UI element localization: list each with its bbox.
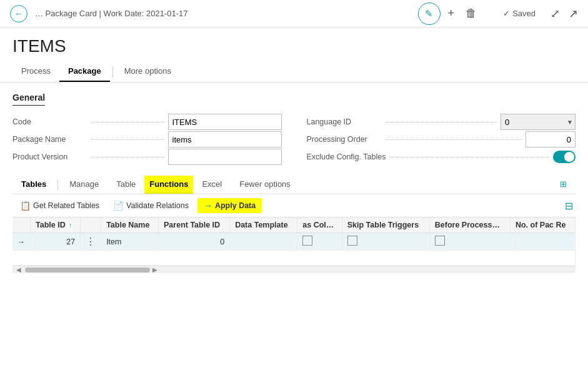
general-title: General [12,92,45,106]
processing-order-dots [386,139,522,140]
th-table-id[interactable]: Table ID ↑ [31,218,81,233]
form-left: Code Package Name Product Version [12,113,282,166]
breadcrumb: … Package Card | Work Date: 2021-01-17 [35,9,398,18]
th-skip-triggers[interactable]: Skip Table Triggers [342,218,429,233]
validate-relations-button[interactable]: 📄 Validate Relations [108,198,194,213]
th-data-template[interactable]: Data Template [230,218,297,233]
package-name-dots [91,139,164,140]
scroll-right-icon[interactable]: ▶ [150,266,160,273]
toolbar-pin-icon[interactable]: ⊟ [565,201,573,211]
scroll-thumb[interactable] [25,268,150,272]
tables-section: Tables Manage Table Functions Excel Fewe… [0,171,588,273]
delete-button[interactable]: 🗑 [466,7,477,20]
skip-triggers-checkbox[interactable] [347,236,357,246]
expand-icon: ⤢ [551,7,560,21]
product-version-dots [91,157,164,158]
tab-package[interactable]: Package [59,61,110,82]
data-table-wrap: Table ID ↑ Table Name Parent Table ID Da… [12,218,576,266]
row-arrow-icon: → [17,238,25,246]
apply-data-button[interactable]: → Apply Data [197,198,262,213]
parent-table-id-cell[interactable]: 0 [159,233,230,251]
sub-tab-table[interactable]: Table [107,176,144,194]
edit-button[interactable]: ✎ [418,2,441,25]
language-id-select[interactable]: 0 [501,114,576,130]
th-no-of-pac[interactable]: No. of Pac Re [510,218,575,233]
code-label: Code [12,118,87,126]
no-of-pac-cell[interactable] [510,233,575,251]
th-before-process[interactable]: Before Process… [429,218,510,233]
tab-process[interactable]: Process [12,61,59,82]
processing-order-label: Processing Order [307,135,382,144]
code-input[interactable] [168,114,282,130]
top-bar: ← … Package Card | Work Date: 2021-01-17… [0,0,588,28]
as-col-cell [297,233,342,251]
saved-label: Saved [512,9,536,18]
sub-tab-fewer-options[interactable]: Fewer options [231,176,299,194]
sub-tab-tables[interactable]: Tables [12,176,55,194]
form-grid: Code Package Name Product Version Langua… [12,113,576,166]
data-table: Table ID ↑ Table Name Parent Table ID Da… [12,218,576,266]
product-version-input[interactable] [168,149,282,165]
code-dots [91,122,164,122]
sub-tab-pin[interactable]: ⊞ [551,176,576,194]
validate-icon: 📄 [113,201,124,211]
package-name-input[interactable] [168,131,282,148]
top-right-icons: ⤢ ↗ [551,7,578,21]
sub-tab-manage[interactable]: Manage [61,176,107,194]
saved-status: ✓ Saved [503,9,536,18]
fullscreen-icon: ↗ [569,7,578,21]
product-version-label: Product Version [12,152,87,161]
add-button[interactable]: + [448,7,455,20]
th-table-name[interactable]: Table Name [101,218,159,233]
exclude-config-dots [389,157,549,158]
top-bar-actions: + 🗑 [448,7,477,20]
processing-order-input[interactable] [526,131,576,148]
sort-icon: ↑ [69,222,72,229]
row-arrow-cell: → [12,233,31,251]
get-related-label: Get Related Tables [33,201,99,210]
package-name-label: Package Name [12,135,87,144]
sub-tab-excel[interactable]: Excel [193,176,231,194]
sub-tab-functions[interactable]: Functions [144,176,193,194]
toggle-track[interactable] [553,151,576,163]
table-row-empty [12,251,576,266]
th-menu [81,218,101,233]
expand-button[interactable]: ⤢ [551,7,560,21]
before-process-checkbox[interactable] [435,236,445,246]
toggle-knob [564,152,574,162]
fullscreen-button[interactable]: ↗ [569,7,578,21]
table-id-cell[interactable]: 27 [31,233,81,251]
pin-icon: ⊞ [560,179,567,189]
back-button[interactable]: ← [10,5,27,22]
table-header-row: Table ID ↑ Table Name Parent Table ID Da… [12,218,576,233]
exclude-config-toggle[interactable] [553,151,576,163]
language-id-dots [386,122,497,122]
tab-divider [112,66,113,78]
horizontal-scrollbar[interactable]: ◀ ▶ [12,266,576,273]
tab-more-options[interactable]: More options [116,61,180,82]
row-menu-cell[interactable]: ⋮ [81,233,101,251]
product-version-row: Product Version [12,148,282,166]
general-section: General Code Package Name Product Versio… [0,82,588,171]
validate-label: Validate Relations [126,201,189,210]
code-row: Code [12,113,282,131]
get-related-tables-button[interactable]: 📋 Get Related Tables [15,198,104,213]
back-icon: ← [14,9,23,19]
add-icon: + [448,7,455,20]
processing-order-row: Processing Order [307,131,576,148]
delete-icon: 🗑 [466,7,477,20]
page-title: ITEMS [0,28,588,61]
row-menu-icon[interactable]: ⋮ [86,236,96,247]
language-id-row: Language ID 0 ▼ [307,113,576,131]
check-icon: ✓ [503,9,510,18]
table-name-cell[interactable]: Item [101,233,159,251]
th-as-col[interactable]: as Col… [297,218,342,233]
language-id-label: Language ID [307,118,382,126]
th-parent-table-id[interactable]: Parent Table ID [159,218,230,233]
package-name-row: Package Name [12,131,282,148]
scroll-left-icon[interactable]: ◀ [14,266,24,273]
as-col-checkbox[interactable] [302,236,312,246]
data-template-cell[interactable] [230,233,297,251]
th-arrow [12,218,31,233]
skip-triggers-cell [342,233,429,251]
